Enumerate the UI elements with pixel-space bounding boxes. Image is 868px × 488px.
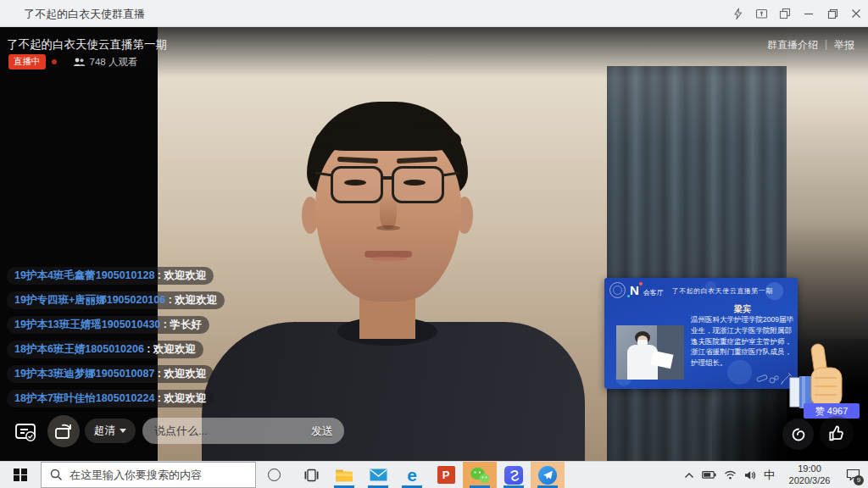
action-center-button[interactable]: 9 <box>844 467 861 484</box>
live-status-row: 直播中 748 人观看 <box>8 54 137 69</box>
clock-time: 19:00 <box>782 463 837 475</box>
emoji-button[interactable] <box>782 419 814 450</box>
speaker-photo <box>616 325 684 380</box>
taskbar-clock[interactable]: 19:00 2020/3/26 <box>782 463 837 487</box>
start-button[interactable] <box>0 462 41 488</box>
wechat-icon <box>470 467 490 484</box>
task-view-button[interactable] <box>295 462 327 488</box>
volume-icon[interactable] <box>744 470 756 480</box>
mail-icon <box>370 469 387 481</box>
taskbar-search-box[interactable]: 在这里输入你要搜索的内容 <box>41 462 256 488</box>
like-button[interactable] <box>820 416 854 450</box>
floating-thumb-emoji <box>787 341 848 410</box>
battery-icon[interactable] <box>702 470 716 480</box>
chat-message: 18护本7班叶佳怡1805010224 : 欢迎欢迎 <box>7 390 214 408</box>
chat-input[interactable]: 说点什么... 发送 <box>142 418 344 444</box>
presenter-nose <box>380 195 397 229</box>
window-titlebar: 了不起的白衣天使群直播 <box>0 0 868 27</box>
glasses-bridge <box>381 176 393 180</box>
chat-message: 18护本6班王婧1805010206 : 欢迎欢迎 <box>7 341 203 358</box>
quality-selector-button[interactable]: 超清 <box>85 419 136 443</box>
cortana-icon <box>268 469 281 481</box>
live-video-area: 了不起的白衣天使云直播第一期 直播中 748 人观看 群直播介绍 | 举报 19… <box>0 27 868 461</box>
ime-indicator[interactable]: 中 <box>764 468 775 483</box>
pip-card-title: 了不起的白衣天使云直播第一期 <box>672 286 773 296</box>
chat-separator: : <box>154 269 164 281</box>
search-placeholder: 在这里输入你要搜索的内容 <box>70 468 202 483</box>
chat-text: 欢迎欢迎 <box>164 392 206 404</box>
desktop-screen: 了不起的白衣天使群直播 <box>0 0 868 488</box>
powerpoint-icon: P <box>437 466 455 484</box>
clock-date: 2020/3/26 <box>782 475 837 487</box>
presenter-nostrils <box>376 225 400 230</box>
indigo-app-icon <box>504 466 523 485</box>
minimize-button[interactable] <box>797 0 821 27</box>
university-seal-icon <box>609 282 626 298</box>
chat-text: 学长好 <box>170 319 202 330</box>
taskbar-app-powerpoint[interactable]: P <box>429 462 463 488</box>
taskbar-app-paper-plane[interactable] <box>531 462 565 488</box>
window-title: 了不起的白衣天使群直播 <box>24 7 145 22</box>
close-button[interactable] <box>844 0 868 27</box>
task-view-icon <box>304 469 319 482</box>
report-link[interactable]: 举报 <box>834 38 854 53</box>
pip-card-header: N 会客厅 了不起的白衣天使云直播第一期 <box>609 282 773 298</box>
taskbar-app-indigo[interactable] <box>497 462 531 488</box>
taskbar-app-edge[interactable]: e <box>395 462 429 488</box>
chat-text: 欢迎欢迎 <box>164 269 206 281</box>
chat-username: 18护本7班叶佳怡1805010224 <box>14 392 154 404</box>
n-logo-label: 会客厅 <box>643 288 664 297</box>
chat-username: 18护本6班王婧1805010206 <box>14 343 144 355</box>
maximize-restore-button[interactable] <box>821 0 844 27</box>
chat-text: 欢迎欢迎 <box>153 343 196 355</box>
chat-text: 欢迎欢迎 <box>164 368 206 380</box>
chat-separator: : <box>160 319 170 330</box>
links-divider: | <box>825 38 827 53</box>
chat-username: 19护本13班王婧瑶1905010430 <box>14 319 160 330</box>
chat-separator: : <box>144 343 153 355</box>
chevron-down-icon <box>120 429 126 433</box>
live-badge: 直播中 <box>8 54 46 69</box>
taskbar-app-file-explorer[interactable] <box>327 462 361 488</box>
windows-logo-icon <box>14 469 27 482</box>
taskbar-spacer <box>565 462 684 488</box>
taskbar-app-mail[interactable] <box>361 462 395 488</box>
n-logo-icon: N <box>630 284 639 297</box>
stream-title: 了不起的白衣天使云直播第一期 <box>7 37 167 53</box>
chat-username: 19护本4班毛鑫蕾1905010128 <box>14 269 154 281</box>
group-live-intro-link[interactable]: 群直播介绍 <box>767 38 818 53</box>
search-icon <box>50 469 63 481</box>
chat-username: 19护本3班迪梦娜1905010087 <box>14 368 154 380</box>
lightning-icon[interactable] <box>726 0 749 27</box>
window-controls <box>726 0 868 27</box>
taskbar-app-wechat-active[interactable] <box>463 462 497 488</box>
rotate-screen-button[interactable] <box>47 415 80 447</box>
pin-window-icon[interactable] <box>749 0 773 27</box>
chat-message-list: 19护本4班毛鑫蕾1905010128 : 欢迎欢迎 19护专四班+唐丽娜190… <box>7 267 225 414</box>
viewer-count: 748 人观看 <box>73 56 138 69</box>
show-hidden-icons-chevron[interactable] <box>684 472 694 479</box>
duplicate-window-icon[interactable] <box>773 0 797 27</box>
presenter-lip <box>370 257 407 261</box>
paper-plane-icon <box>538 466 557 485</box>
wifi-icon[interactable] <box>724 470 737 480</box>
quality-label: 超清 <box>94 424 115 438</box>
chat-message: 19护本13班王婧瑶1905010430 : 学长好 <box>7 316 209 334</box>
pip-slide-card[interactable]: N 会客厅 了不起的白衣天使云直播第一期 梁宾 温州医科大学护理学院2009届毕… <box>604 278 798 389</box>
edge-icon: e <box>407 466 417 484</box>
system-tray: 中 19:00 2020/3/26 9 <box>684 462 868 488</box>
chat-message: 19护专四班+唐丽娜1905020106 : 欢迎欢迎 <box>7 291 225 309</box>
cortana-button[interactable] <box>256 462 292 488</box>
top-gradient-overlay <box>0 27 868 78</box>
chat-message: 19护本3班迪梦娜1905010087 : 欢迎欢迎 <box>7 365 214 383</box>
chat-message: 19护本4班毛鑫蕾1905010128 : 欢迎欢迎 <box>7 267 214 285</box>
folder-icon <box>335 468 353 483</box>
chat-username: 19护专四班+唐丽娜1905020106 <box>14 294 165 306</box>
presenter-hairline <box>315 124 461 151</box>
chat-toggle-button[interactable] <box>10 417 41 447</box>
send-button[interactable]: 发送 <box>311 424 333 439</box>
chat-text: 欢迎欢迎 <box>175 294 217 306</box>
chat-input-placeholder: 说点什么... <box>154 424 208 439</box>
rotate-screen-icon <box>53 422 74 441</box>
chat-separator: : <box>154 392 164 404</box>
